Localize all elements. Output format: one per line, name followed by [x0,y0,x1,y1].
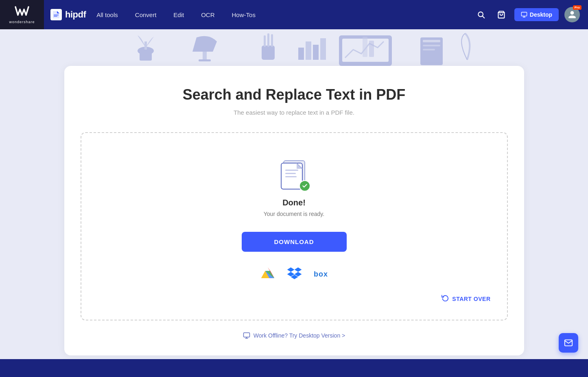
offline-label: Work Offline? Try Desktop Version > [254,332,345,339]
refresh-icon [442,294,449,303]
navbar: wondershare hipdf All tools Convert Edit… [0,0,588,29]
svg-rect-1 [54,15,59,15]
svg-rect-33 [285,173,296,174]
hipdf-text: hipdf [65,9,86,20]
done-document-icon [280,157,309,190]
main-card: Search and Replace Text in PDF The easie… [64,66,524,355]
svg-rect-19 [306,41,311,60]
start-over-button[interactable]: START OVER [442,294,490,303]
dropbox-icon[interactable] [287,266,302,282]
svg-rect-6 [521,12,527,16]
check-badge [299,180,310,192]
desktop-label: Desktop [530,11,552,18]
ws-logo-icon [14,5,30,19]
svg-rect-18 [298,48,304,60]
cloud-storage-icons: box [260,266,328,282]
main-content: Search and Replace Text in PDF The easie… [0,66,588,372]
svg-rect-12 [203,52,207,61]
google-drive-icon[interactable] [260,266,275,282]
svg-rect-15 [264,35,266,47]
svg-rect-28 [423,45,440,46]
pro-badge: Pro [573,5,581,10]
svg-rect-29 [423,49,435,50]
done-subtitle: Your document is ready. [264,211,324,217]
hipdf-icon [50,9,62,20]
nav-links: All tools Convert Edit OCR How-Tos [90,8,474,22]
svg-line-4 [483,16,485,18]
svg-rect-2 [54,16,57,17]
page-subtitle: The easiest way to replace text in a PDF… [81,109,508,116]
nav-all-tools[interactable]: All tools [90,8,125,22]
svg-rect-21 [320,38,326,60]
box-icon[interactable]: box [314,270,328,279]
hipdf-logo[interactable]: hipdf [50,9,86,20]
svg-rect-34 [285,176,297,177]
start-over-row: START OVER [98,294,491,303]
nav-actions: Desktop Pro [474,7,580,22]
svg-rect-20 [313,45,319,60]
wondershare-logo[interactable]: wondershare [0,0,44,29]
nav-edit[interactable]: Edit [167,8,190,22]
svg-rect-14 [262,46,275,60]
page-title: Search and Replace Text in PDF [81,86,508,103]
box-text: box [314,270,328,278]
cart-button[interactable] [494,7,509,22]
nav-convert[interactable]: Convert [129,8,163,22]
start-over-label: START OVER [452,296,490,302]
svg-rect-13 [199,59,211,61]
avatar-wrap[interactable]: Pro [564,7,580,22]
desktop-button[interactable]: Desktop [514,8,559,21]
download-button[interactable]: DOWNLOAD [242,232,347,252]
svg-rect-27 [423,40,440,42]
search-button[interactable] [474,7,488,22]
footer-bar [0,359,588,377]
svg-rect-25 [369,41,374,57]
svg-rect-32 [285,170,298,171]
svg-rect-16 [267,33,269,47]
svg-rect-36 [243,333,249,337]
hero-background: Search and Replace Text in PDF The easie… [0,29,588,377]
done-title: Done! [282,198,306,207]
upload-area: Done! Your document is ready. DOWNLOAD [81,132,508,320]
email-fab[interactable] [559,333,578,353]
nav-ocr[interactable]: OCR [195,8,221,22]
offline-banner[interactable]: Work Offline? Try Desktop Version > [81,332,508,339]
svg-rect-24 [363,37,367,57]
svg-rect-11 [144,41,147,50]
hero-illustration [0,29,588,66]
ws-logo-text: wondershare [9,20,35,24]
svg-rect-17 [271,34,273,47]
nav-how-tos[interactable]: How-Tos [225,8,262,22]
